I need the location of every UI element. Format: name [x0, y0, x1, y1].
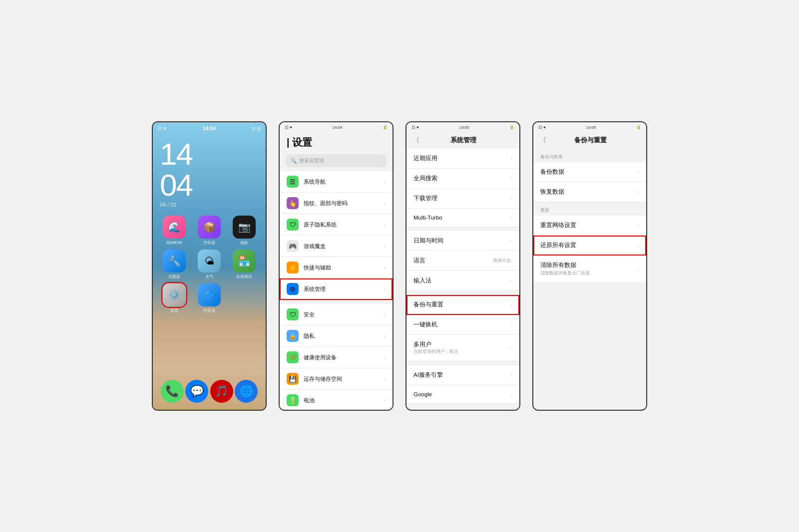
clear-all-data-item[interactable]: 清除所有数据 清除数据并恢复出厂设置。 ›: [533, 256, 646, 283]
phone2-screen: 日 ♥ 14:04 🔋 | 设置 🔍 搜索设置项 ☰ 系统导航 › 👆: [280, 122, 393, 410]
phone3-status-right: 🔋: [509, 125, 514, 130]
section-reset-label: 重置: [533, 202, 646, 216]
restore-all-settings-item[interactable]: 还原所有设置 ›: [533, 236, 646, 256]
restore-data-item[interactable]: 恢复数据 ›: [533, 182, 646, 202]
language-chevron: ›: [511, 258, 512, 264]
multiuser-sub: 当前登录的用户：机主: [413, 348, 511, 355]
health-chevron: ›: [384, 355, 386, 360]
sys-item-datetime[interactable]: 日期与时间 ›: [406, 231, 519, 251]
phone1-screen: 日 ♥ 14:04 ⊡ ||| 14 04 04 / 01 🌊 闹钟时钟: [153, 122, 266, 410]
app-icon-wrap-5[interactable]: 🌤 天气: [194, 250, 225, 279]
settings-item-health[interactable]: 💚 健康使用设备 ›: [280, 347, 393, 368]
backup-data-item[interactable]: 备份数据 ›: [533, 162, 646, 182]
clear-data-chevron: ›: [638, 266, 639, 272]
settings-item-fingerprint[interactable]: 👆 指纹、面部与密码 ›: [280, 193, 393, 214]
backup-chevron: ›: [511, 302, 512, 307]
search-placeholder: 搜索设置项: [299, 157, 324, 164]
download-chevron: ›: [511, 196, 512, 201]
app-icon-wrap-4[interactable]: 🔧 充图器: [159, 250, 190, 279]
phone4-status-right: 🔋: [636, 125, 641, 130]
app-label-mirror: 空荧器: [203, 308, 215, 313]
app-icon-wrap-8[interactable]: 🔷 空荧器: [194, 283, 225, 313]
settings-item-nav[interactable]: ☰ 系统导航 ›: [280, 171, 393, 193]
battery-label: 电池: [304, 397, 379, 404]
sys-item-backup[interactable]: 备份与重置 ›: [406, 295, 519, 315]
app-icon-wrap-2[interactable]: 📦 空荧器: [194, 216, 225, 246]
battery-icon: ⊡ |||: [252, 126, 261, 131]
security-chevron: ›: [384, 312, 386, 317]
phone4-back-button[interactable]: 〈: [539, 136, 546, 145]
reset-network-item[interactable]: 重置网络设置 ›: [533, 216, 646, 236]
system-label: 系统管理: [304, 285, 379, 293]
game-icon: 🎮: [287, 240, 299, 252]
input-chevron: ›: [511, 278, 512, 283]
battery-chevron: ›: [384, 398, 386, 403]
settings-item-shortcut[interactable]: ⚡ 快捷与辅助 ›: [280, 257, 393, 278]
dock-message[interactable]: 💬: [185, 380, 208, 403]
nav-label: 系统导航: [304, 178, 379, 186]
sys-item-recent[interactable]: 近期应用 ›: [406, 149, 519, 169]
dock-phone[interactable]: 📞: [161, 380, 184, 403]
app-icon-camera[interactable]: 📷: [233, 216, 256, 239]
sys-item-search[interactable]: 全局搜索 ›: [406, 169, 519, 189]
app-icon-mirror[interactable]: 🔷: [198, 283, 221, 306]
phone1-status-bar: 日 ♥ 14:04 ⊡ |||: [153, 122, 266, 134]
app-icon-alarm[interactable]: 🌊: [163, 216, 186, 239]
settings-item-priv2[interactable]: 🔒 隐私 ›: [280, 325, 393, 347]
sys-item-google[interactable]: Google ›: [406, 385, 519, 404]
app-icon-settings[interactable]: ⚙️: [163, 283, 186, 306]
phone4-status-time: 14:05: [586, 125, 596, 130]
sys-item-turbo[interactable]: Multi-Turbo ›: [406, 209, 519, 227]
phone2-frame: 日 ♥ 14:04 🔋 | 设置 🔍 搜索设置项 ☰ 系统导航 › 👆: [279, 121, 394, 411]
phone3-nav-title: 系统管理: [423, 136, 503, 145]
storage-label: 运存与储存空间: [304, 375, 379, 383]
settings-item-storage[interactable]: 💾 运存与储存空间 ›: [280, 368, 393, 390]
settings-item-privacy[interactable]: 🛡 原子隐私系统 ›: [280, 214, 393, 236]
settings-item-battery[interactable]: 🔋 电池 ›: [280, 390, 393, 410]
sys-item-switch[interactable]: 一键换机 ›: [406, 315, 519, 335]
phone3-nav-header: 〈 系统管理: [406, 132, 519, 149]
app-icon-wrap-7[interactable]: ⚙️ 设置: [159, 283, 190, 313]
phone1-dock: 📞 💬 🎵 🌐: [153, 376, 266, 410]
back-button[interactable]: 〈: [412, 136, 419, 145]
storage-icon: 💾: [287, 373, 299, 385]
priv2-label: 隐私: [304, 332, 379, 340]
restore-data-chevron: ›: [638, 189, 639, 195]
app-icon-store[interactable]: 🏪: [233, 250, 256, 272]
ai-chevron: ›: [511, 372, 512, 378]
sys-item-download[interactable]: 下载管理 ›: [406, 189, 519, 209]
settings-spacer-1: [280, 300, 393, 304]
restore-all-chevron: ›: [638, 243, 639, 248]
app-icon-wrap-3[interactable]: 📷 相机: [229, 216, 260, 246]
settings-item-security[interactable]: 🛡 安全 ›: [280, 304, 393, 325]
app-icon-box[interactable]: 📦: [198, 216, 221, 239]
phone3-status-bar: 日 ♥ 14:05 🔋: [406, 122, 519, 132]
settings-item-game[interactable]: 🎮 游戏魔盒 ›: [280, 236, 393, 257]
app-icon-tools[interactable]: 🔧: [163, 250, 186, 272]
phone4-nav-title: 备份与重置: [550, 136, 630, 145]
system-chevron: ›: [384, 286, 386, 292]
settings-title-row: | 设置: [280, 132, 393, 152]
security-icon: 🛡: [287, 308, 299, 320]
sys-item-ai[interactable]: AI服务引擎 ›: [406, 365, 519, 385]
search-bar[interactable]: 🔍 搜索设置项: [286, 154, 387, 167]
app-label-store: 应用商店: [236, 274, 252, 279]
shortcut-icon: ⚡: [287, 262, 299, 273]
app-icon-wrap-6[interactable]: 🏪 应用商店: [229, 250, 260, 279]
backup-data-chevron: ›: [638, 169, 639, 175]
app-icon-weather[interactable]: 🌤: [198, 250, 221, 272]
health-icon: 💚: [287, 351, 299, 363]
settings-item-system[interactable]: ⚙ 系统管理 ›: [280, 278, 393, 300]
sys-item-multiuser[interactable]: 多用户 当前登录的用户：机主 ›: [406, 335, 519, 361]
phone1-status-right: ⊡ |||: [252, 126, 261, 131]
app-icon-wrap-1[interactable]: 🌊 闹钟时钟: [159, 216, 190, 246]
dock-music[interactable]: 🎵: [210, 380, 233, 403]
turbo-chevron: ›: [511, 215, 512, 221]
storage-chevron: ›: [384, 376, 386, 382]
app-label-settings: 设置: [170, 308, 178, 313]
screenshots-container: 日 ♥ 14:04 ⊡ ||| 14 04 04 / 01 🌊 闹钟时钟: [152, 121, 647, 411]
reset-network-chevron: ›: [638, 223, 639, 228]
sys-item-language[interactable]: 语言 简体中文 ›: [406, 251, 519, 271]
dock-browser[interactable]: 🌐: [235, 380, 258, 403]
sys-item-input[interactable]: 输入法 ›: [406, 271, 519, 291]
